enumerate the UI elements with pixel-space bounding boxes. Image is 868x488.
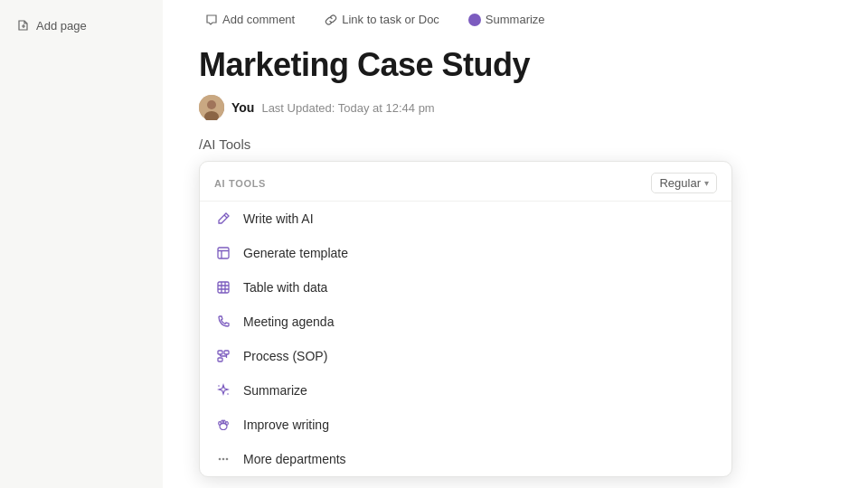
svg-point-1: [207, 100, 216, 109]
summarize-icon: [214, 381, 232, 399]
table-with-data-label: Table with data: [243, 280, 327, 295]
svg-rect-5: [218, 351, 222, 354]
more-departments-label: More departments: [243, 452, 346, 466]
improve-writing-icon: [214, 416, 232, 434]
author-name: You: [231, 100, 254, 115]
add-comment-label: Add comment: [222, 13, 295, 26]
svg-point-17: [226, 458, 229, 461]
table-with-data-icon: [214, 278, 232, 296]
svg-point-15: [219, 458, 222, 461]
process-sop-label: Process (SOP): [243, 349, 327, 363]
generate-template-label: Generate template: [243, 246, 348, 260]
add-comment-button[interactable]: Add comment: [199, 9, 300, 30]
svg-point-9: [227, 393, 229, 395]
ai-dropdown-header: AI TOOLS Regular ▾: [200, 162, 731, 202]
svg-point-14: [226, 422, 229, 426]
svg-point-8: [218, 385, 220, 387]
menu-item-table-with-data[interactable]: Table with data: [200, 270, 731, 305]
comment-icon: [204, 13, 218, 26]
summarize-button[interactable]: Summarize: [463, 9, 551, 30]
regular-dropdown-button[interactable]: Regular ▾: [651, 173, 717, 193]
meeting-agenda-label: Meeting agenda: [243, 314, 334, 329]
more-departments-icon: [214, 450, 232, 468]
regular-label: Regular: [659, 176, 701, 190]
svg-point-16: [222, 458, 225, 461]
link-button[interactable]: Link to task or Doc: [318, 9, 445, 30]
write-with-ai-icon: [214, 210, 232, 228]
svg-rect-3: [218, 248, 229, 258]
summarize-icon: [468, 14, 481, 26]
svg-rect-4: [218, 282, 229, 293]
process-sop-icon: [214, 347, 232, 365]
svg-rect-6: [224, 351, 229, 354]
link-label: Link to task or Doc: [342, 13, 439, 26]
menu-item-improve-writing[interactable]: Improve writing: [200, 408, 731, 442]
add-page-icon: [16, 18, 31, 33]
generate-template-icon: [214, 244, 232, 262]
meeting-agenda-icon: [214, 313, 232, 331]
write-with-ai-label: Write with AI: [243, 211, 314, 226]
ai-tools-slash-label: /AI Tools: [199, 136, 832, 152]
summarize-label: Summarize: [486, 13, 545, 26]
avatar: [199, 95, 224, 120]
ai-tools-dropdown: AI TOOLS Regular ▾ Write with AIGenerate…: [199, 161, 732, 477]
improve-writing-label: Improve writing: [243, 418, 329, 432]
menu-item-meeting-agenda[interactable]: Meeting agenda: [200, 305, 731, 339]
add-page-button[interactable]: Add page: [11, 14, 152, 36]
menu-item-process-sop[interactable]: Process (SOP): [200, 339, 731, 373]
menu-item-generate-template[interactable]: Generate template: [200, 236, 731, 270]
summarize-label: Summarize: [243, 383, 307, 398]
menu-items-list: Write with AIGenerate templateTable with…: [200, 202, 731, 476]
author-row: You Last Updated: Today at 12:44 pm: [199, 95, 832, 120]
svg-rect-7: [218, 358, 222, 361]
add-page-label: Add page: [36, 19, 87, 33]
toolbar: Add comment Link to task or Doc Summariz…: [199, 0, 832, 37]
main-content: Add comment Link to task or Doc Summariz…: [163, 0, 868, 488]
chevron-down-icon: ▾: [704, 178, 709, 188]
ai-tools-heading: AI TOOLS: [214, 178, 266, 189]
menu-item-more-departments[interactable]: More departments: [200, 442, 731, 476]
link-icon: [324, 13, 337, 26]
last-updated: Last Updated: Today at 12:44 pm: [261, 101, 434, 115]
page-title: Marketing Case Study: [199, 46, 832, 84]
svg-point-11: [219, 422, 222, 426]
menu-item-write-with-ai[interactable]: Write with AI: [200, 202, 731, 236]
menu-item-summarize[interactable]: Summarize: [200, 373, 731, 408]
sidebar: Add page: [0, 0, 163, 488]
svg-point-13: [223, 420, 226, 424]
